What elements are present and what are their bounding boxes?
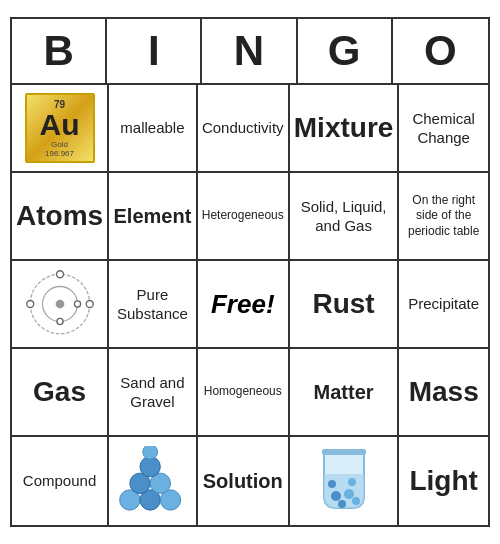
svg-point-7 xyxy=(57,318,63,324)
svg-point-3 xyxy=(86,301,93,308)
svg-point-21 xyxy=(348,478,356,486)
cell-text-matter: Matter xyxy=(314,379,374,405)
svg-point-6 xyxy=(74,301,80,307)
au-element: 79 Au Gold 196.967 xyxy=(25,93,95,163)
cell-text-chemical-change: Chemical Change xyxy=(403,109,484,148)
cell-r3c4: Mass xyxy=(399,349,488,437)
cell-text-homogeneous: Homogeneous xyxy=(204,384,282,400)
cell-r4c4: Light xyxy=(399,437,488,525)
cell-text-precipitate: Precipitate xyxy=(408,294,479,314)
cell-text-malleable: malleable xyxy=(120,118,184,138)
cell-text-gas: Gas xyxy=(33,374,86,410)
svg-point-20 xyxy=(328,480,336,488)
cell-r4c3 xyxy=(290,437,400,525)
svg-point-17 xyxy=(344,489,354,499)
cell-text-pure-substance: Pure Substance xyxy=(113,285,192,324)
cell-text-mass: Mass xyxy=(409,374,479,410)
letter-g: G xyxy=(298,19,393,83)
cell-r0c0: 79 Au Gold 196.967 xyxy=(12,85,109,173)
bingo-grid: 79 Au Gold 196.967 malleable Conductivit… xyxy=(12,85,488,525)
cell-r3c3: Matter xyxy=(290,349,400,437)
cell-text-compound: Compound xyxy=(23,471,96,491)
cell-r4c1 xyxy=(109,437,198,525)
atom-diagram xyxy=(25,269,95,339)
au-mass: 196.967 xyxy=(45,149,74,158)
svg-point-19 xyxy=(352,497,360,505)
au-symbol: Au xyxy=(40,110,80,140)
cell-text-conductivity: Conductivity xyxy=(202,118,284,138)
letter-i: I xyxy=(107,19,202,83)
cell-text-solid-liquid-gas: Solid, Liquid, and Gas xyxy=(294,197,394,236)
svg-point-14 xyxy=(143,446,158,459)
cell-r1c0: Atoms xyxy=(12,173,109,261)
cell-r0c4: Chemical Change xyxy=(399,85,488,173)
cell-text-rust: Rust xyxy=(312,286,374,322)
cell-r3c0: Gas xyxy=(12,349,109,437)
bingo-card: B I N G O 79 Au Gold 196.967 malleable C… xyxy=(10,17,490,527)
cell-r0c2: Conductivity xyxy=(198,85,290,173)
cell-text-free: Free! xyxy=(211,289,275,320)
molecule-svg xyxy=(115,446,189,516)
cell-r4c0: Compound xyxy=(12,437,109,525)
beaker-svg xyxy=(314,446,374,516)
cell-r2c4: Precipitate xyxy=(399,261,488,349)
letter-b: B xyxy=(12,19,107,83)
cell-r2c3: Rust xyxy=(290,261,400,349)
cell-text-mixture: Mixture xyxy=(294,110,394,146)
cell-r1c4: On the right side of the periodic table xyxy=(399,173,488,261)
cell-text-solution: Solution xyxy=(203,468,283,494)
cell-text-atoms: Atoms xyxy=(16,198,103,234)
svg-rect-15 xyxy=(322,449,366,455)
cell-r2c0 xyxy=(12,261,109,349)
cell-r1c2: Heterogeneous xyxy=(198,173,290,261)
cell-text-light: Light xyxy=(409,463,477,499)
cell-r3c1: Sand and Gravel xyxy=(109,349,198,437)
cell-r1c3: Solid, Liquid, and Gas xyxy=(290,173,400,261)
cell-r3c2: Homogeneous xyxy=(198,349,290,437)
svg-point-4 xyxy=(26,301,33,308)
svg-point-16 xyxy=(331,491,341,501)
cell-r2c1: Pure Substance xyxy=(109,261,198,349)
cell-text-element: Element xyxy=(114,203,192,229)
cell-r2c2: Free! xyxy=(198,261,290,349)
cell-text-sand-gravel: Sand and Gravel xyxy=(113,373,192,412)
letter-n: N xyxy=(202,19,297,83)
svg-point-5 xyxy=(56,271,63,278)
letter-o: O xyxy=(393,19,488,83)
cell-r0c1: malleable xyxy=(109,85,198,173)
cell-r1c1: Element xyxy=(109,173,198,261)
svg-point-18 xyxy=(338,500,346,508)
svg-point-2 xyxy=(55,300,64,309)
au-name: Gold xyxy=(51,140,68,149)
cell-r4c2: Solution xyxy=(198,437,290,525)
cell-text-periodic-table: On the right side of the periodic table xyxy=(403,193,484,240)
cell-r0c3: Mixture xyxy=(290,85,400,173)
cell-text-heterogeneous: Heterogeneous xyxy=(202,208,284,224)
bingo-header: B I N G O xyxy=(12,19,488,85)
